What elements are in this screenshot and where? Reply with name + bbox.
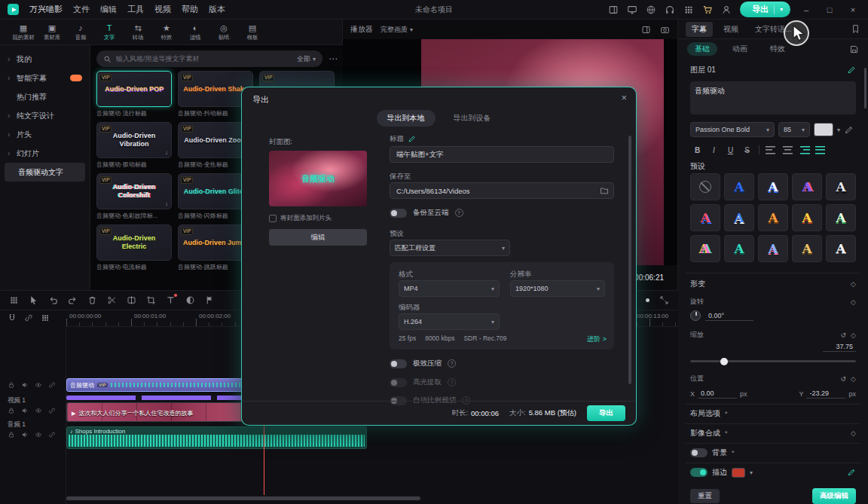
tab-transitions[interactable]: ⇆转场 — [124, 23, 152, 41]
rotate-knob[interactable] — [690, 310, 701, 321]
lock-icon[interactable] — [8, 407, 15, 414]
mask-tool-icon[interactable] — [185, 295, 195, 305]
mute-icon[interactable] — [21, 381, 29, 389]
more-options-button[interactable]: ⋯ — [329, 53, 338, 64]
text-clip[interactable]: 音频驱动 VIP — [66, 378, 264, 392]
save-path-input[interactable] — [390, 182, 614, 199]
align-center-button[interactable] — [781, 143, 795, 157]
preset-style[interactable]: A — [826, 173, 856, 200]
search-box[interactable]: 全部▾ — [96, 50, 322, 67]
sidebar-item-trending[interactable]: 热门推荐 — [0, 87, 90, 106]
edit-cover-button[interactable]: 编辑 — [269, 229, 367, 246]
export-name-input[interactable] — [390, 146, 614, 163]
keyframe-diamond-icon[interactable]: ◇ — [851, 280, 856, 288]
confirm-export-button[interactable]: 导出 — [587, 405, 625, 421]
add-cover-checkbox[interactable] — [269, 215, 277, 222]
zoom-slider-handle[interactable] — [646, 298, 649, 302]
cover-thumbnail[interactable]: 音频驱动 — [269, 151, 367, 206]
help-icon[interactable]: ? — [448, 359, 456, 368]
menu-file[interactable]: 文件 — [73, 4, 90, 15]
tab-text[interactable]: T文字 — [95, 23, 124, 41]
cloud-backup-toggle[interactable] — [390, 209, 407, 218]
tab-my-media[interactable]: ▦我的素材 — [9, 23, 38, 41]
tab-templates[interactable]: ▤模板 — [238, 23, 267, 41]
subtab-basic[interactable]: 基础 — [687, 42, 717, 56]
marker-icon[interactable] — [205, 295, 215, 305]
dialog-scrollbar[interactable] — [628, 136, 631, 384]
preset-style[interactable]: A — [724, 173, 754, 200]
scale-slider-handle[interactable] — [720, 358, 728, 365]
font-color-swatch[interactable] — [814, 123, 833, 136]
redo-icon[interactable] — [68, 295, 78, 305]
mute-icon[interactable] — [21, 407, 29, 414]
download-icon[interactable]: ↓ — [165, 149, 168, 156]
subtab-animation[interactable]: 动画 — [725, 42, 755, 56]
preset-dropdown[interactable]: 匹配工程设置 ▾ — [390, 240, 510, 256]
text-content-input[interactable]: 音频驱动 — [690, 81, 856, 115]
export-button[interactable]: 导出 ▾ — [740, 2, 790, 17]
template-tile[interactable]: VIP Audio-Driven Electric 音频驱动·电流标题 — [96, 225, 172, 271]
encoder-dropdown[interactable]: H.264▾ — [399, 313, 500, 330]
align-left-button[interactable] — [764, 143, 778, 157]
link-icon[interactable] — [48, 381, 56, 389]
media-browser-icon[interactable] — [9, 295, 19, 305]
bookmark-icon[interactable] — [851, 24, 860, 34]
strikethrough-button[interactable]: S — [740, 143, 754, 157]
fullscreen-timeline-icon[interactable] — [659, 295, 669, 305]
position-x-value[interactable]: 0.00 — [698, 389, 737, 399]
align-justify-button[interactable] — [814, 143, 828, 157]
tab-stickers[interactable]: ◎贴纸 — [209, 23, 238, 41]
preset-style[interactable]: A — [826, 235, 856, 262]
audio-clip[interactable]: ♪ Shops Introduction — [66, 426, 367, 449]
underline-button[interactable]: U — [723, 143, 738, 157]
split-view-icon[interactable] — [641, 25, 651, 35]
edit-pencil-icon[interactable] — [847, 66, 856, 75]
rotate-value[interactable]: 0.00° — [705, 311, 753, 321]
preset-style[interactable]: A — [724, 235, 754, 262]
menu-tools[interactable]: 工具 — [127, 4, 144, 15]
sidebar-item-smart-captions[interactable]: ›智能字幕 — [0, 69, 90, 87]
scissors-icon[interactable] — [107, 295, 117, 305]
snapshot-icon[interactable] — [660, 25, 670, 35]
snap-magnet-icon[interactable] — [8, 313, 17, 322]
tab-audio[interactable]: ♪音频 — [66, 23, 95, 41]
font-size-dropdown[interactable]: 85▾ — [778, 122, 810, 137]
visibility-icon[interactable] — [35, 407, 42, 414]
auto-link-icon[interactable] — [24, 313, 33, 322]
sidebar-item-audio-driven-text[interactable]: 音频驱动文字 — [5, 163, 85, 182]
preset-style[interactable]: A — [758, 204, 788, 231]
sidebar-item-intros[interactable]: ›片头 — [0, 125, 90, 144]
help-icon[interactable]: ? — [455, 209, 463, 217]
tab-subtitle[interactable]: 字幕 — [686, 22, 713, 37]
eyedropper-icon[interactable] — [844, 125, 854, 135]
visibility-icon[interactable] — [35, 381, 42, 389]
search-input[interactable] — [116, 55, 292, 63]
lock-icon[interactable] — [8, 431, 15, 438]
track-manager-icon[interactable] — [41, 313, 50, 322]
preset-style[interactable]: A — [724, 204, 754, 231]
timeline-scrollbar[interactable] — [66, 496, 420, 500]
keyframe-diamond-icon[interactable]: ◇ — [851, 429, 856, 437]
scale-slider[interactable] — [690, 360, 856, 362]
menu-version[interactable]: 版本 — [209, 4, 225, 15]
preset-style[interactable]: A — [792, 235, 822, 262]
preset-style[interactable]: A — [792, 173, 822, 200]
preset-style[interactable]: A — [690, 235, 720, 262]
italic-button[interactable]: I — [707, 143, 721, 157]
menu-help[interactable]: 帮助 — [182, 4, 198, 15]
download-icon[interactable]: ↓ — [165, 200, 168, 207]
cart-icon[interactable] — [702, 5, 713, 15]
format-dropdown[interactable]: MP4▾ — [399, 280, 500, 297]
preset-style[interactable]: A — [758, 235, 788, 262]
template-tile[interactable]: VIP Audio-Driven POP 音频驱动·流行标题 — [96, 71, 172, 118]
background-toggle[interactable] — [690, 448, 708, 457]
lock-icon[interactable] — [8, 381, 15, 389]
highlight-extract-toggle[interactable] — [390, 378, 407, 387]
template-tile[interactable]: VIP Audio-Driven Vibration ↓ 音频驱动·振动标题 — [96, 122, 172, 169]
text-tool-icon[interactable] — [166, 295, 176, 305]
close-button[interactable]: × — [845, 5, 860, 14]
tab-export-local[interactable]: 导出到本地 — [377, 110, 436, 127]
save-preset-icon[interactable] — [849, 44, 859, 54]
keyframe-diamond-icon[interactable]: ◇ — [851, 375, 856, 383]
resolution-dropdown[interactable]: 1920*1080▾ — [510, 280, 605, 297]
